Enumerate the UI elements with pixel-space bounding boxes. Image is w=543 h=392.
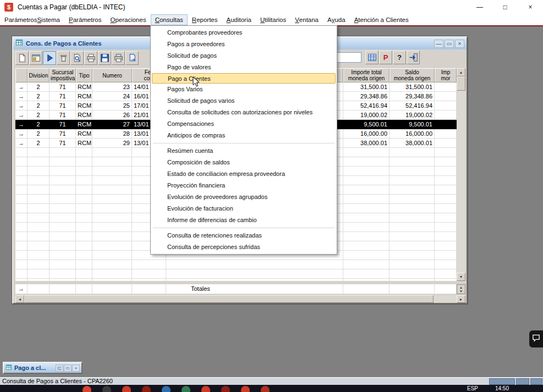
taskbar-clock[interactable]: 14:50 [495,385,509,391]
column-header-sucursal-impositiva[interactable]: Sucursal impositiva [50,68,76,82]
taskbar-icon[interactable] [162,386,171,392]
vertical-scrollbar-track[interactable] [457,91,465,273]
spin-down-icon[interactable]: ▾ [460,289,462,293]
print-setup-icon [114,53,123,63]
rho-button[interactable]: P [379,51,392,64]
menu-item-estado-de-conciliacion-empresa-proveedora[interactable]: Estado de conciliacion empresa proveedor… [151,168,337,180]
menu-item-comprobantes-proveedores[interactable]: Comprobantes proveedores [151,27,337,38]
menu-item-anticipos-de-compras[interactable]: Anticipos de compras [151,130,337,141]
grid-horizontal-scrollbar[interactable]: ◄ ► [15,295,465,303]
menu-item-pago-a-clientes[interactable]: Pago a Clientes [152,73,336,84]
menubar-item-operaciones[interactable]: Operaciones [106,14,150,25]
taskbar-icon[interactable] [122,386,131,392]
grid-cell [390,232,435,241]
child-close-button[interactable]: × [455,40,464,48]
child-maximize-button[interactable]: ▭ [445,40,454,48]
menu-item-consulta-de-retenciones-realizadas[interactable]: Consulta de retenciones realizadas [151,230,337,241]
column-header-division[interactable]: Division [28,68,50,82]
menubar-item-atenci-n-a-clientes[interactable]: Atención a Clientes [350,14,413,25]
menu-item-res-men-cuenta[interactable]: Resúmen cuenta [151,145,337,157]
menubar-item-par-metros[interactable]: Parámetros [64,14,106,25]
help-button[interactable]: ? [393,51,406,64]
horizontal-scrollbar-thumb[interactable] [24,295,434,303]
maximize-button[interactable]: ▭ [64,365,72,372]
column-header-numero[interactable]: Numero [92,68,132,82]
scroll-down-icon[interactable]: ▼ [457,273,465,281]
menu-item-compensaciones[interactable]: Compensaciones [151,118,337,130]
taskbar-icon[interactable] [261,386,270,392]
minimized-window-pago[interactable]: Pago a cl... ◱ ▭ × [3,362,83,374]
menubar-item-ventana[interactable]: Ventana [290,14,323,25]
grid-cell: 52,416.94 [390,101,435,111]
menu-item-consulta-de-solicitudes-con-autorizaciones-por-niveles[interactable]: Consulta de solicitudes con autorizacion… [151,107,337,118]
maximize-button[interactable]: □ [492,0,518,14]
grid-cell [50,157,76,167]
run-button[interactable] [43,51,56,65]
menu-item-composici-n-de-saldos[interactable]: Composición de saldos [151,157,337,168]
grid-cell [92,195,132,204]
grid-cell: 71 [50,101,76,111]
menu-item-pagos-a-proveedores[interactable]: Pagos a proveedores [151,38,337,50]
preview-button[interactable] [70,51,84,65]
save-button[interactable] [98,51,111,65]
vertical-scrollbar-thumb[interactable] [457,76,465,91]
menubar-item-utilitarios[interactable]: Utilitarios [256,14,290,25]
column-header-saldo-moneda-origen[interactable]: Saldo moneda origen [390,68,435,82]
menubar-item-ayuda[interactable]: Ayuda [323,14,350,25]
new-document-button[interactable] [15,51,29,65]
column-header-importe-total-moneda-origen[interactable]: Importe total moneda origen [343,68,390,82]
scroll-left-icon[interactable]: ◄ [15,295,24,303]
taskbar-icon[interactable] [221,386,230,392]
menu-item-pago-de-valores[interactable]: Pago de valores [151,62,337,73]
menu-item-evoluci-n-de-facturacion[interactable]: Evolución de facturacion [151,203,337,214]
menu-item-evoluci-n-de-proveedores-agrupados[interactable]: Evolución de proveedores agrupados [151,191,337,203]
close-button[interactable]: × [518,0,543,14]
grid-vertical-scrollbar[interactable]: ▲ ▼ [457,68,465,281]
menu-item-informe-de-diferencias-de-cambio[interactable]: Informe de diferencias de cambio [151,214,337,226]
table-view-icon [368,53,377,62]
column-header-imp-mor[interactable]: Imp mor [435,68,457,82]
menu-item-solicitud-de-pagos-varios[interactable]: Solicitud de pagos varios [151,95,337,107]
restore-button[interactable]: ◱ [56,365,63,372]
print-setup-button[interactable] [112,51,125,65]
grid-cell: 2 [28,139,50,148]
horizontal-scrollbar-track[interactable] [434,295,457,303]
grid-cell [343,232,390,241]
taskbar-icon[interactable] [241,386,250,392]
column-header-blank[interactable] [15,68,28,82]
scroll-right-icon[interactable]: ► [457,295,465,303]
table-view-button[interactable] [365,51,379,64]
child-minimize-button[interactable]: — [434,40,443,48]
delete-button[interactable] [57,51,70,65]
menu-item-pagos-varios[interactable]: Pagos Varios [151,84,337,95]
taskbar-language[interactable]: ESP [467,385,478,391]
print-button[interactable] [84,51,97,65]
taskbar-icon[interactable] [182,386,190,392]
grid-cell [50,176,76,185]
totals-spinner[interactable]: ▴ ▾ [457,284,465,294]
taskbar-icon[interactable] [102,386,111,392]
menu-item-proyecci-n-financiera[interactable]: Proyección financiera [151,180,337,191]
menubar-item-reportes[interactable]: Reportes [188,14,222,25]
menu-item-consulta-de-percepciones-sufridas[interactable]: Consulta de percepciones sufridas [151,241,337,253]
taskbar-icon[interactable] [201,386,210,392]
menubar-item-auditoria[interactable]: Auditoria [222,14,255,25]
grid-cell [28,213,50,223]
column-header-tipo[interactable]: Tipo [76,68,92,82]
scroll-up-icon[interactable]: ▲ [457,68,465,76]
menubar-item-consultas[interactable]: Consultas [151,14,188,25]
open-form-button[interactable] [29,51,42,65]
menubar-item-par-metros-sistema[interactable]: Parámetros Sistema [0,14,64,25]
exit-button[interactable] [407,51,420,64]
spin-up-icon[interactable]: ▴ [460,285,462,289]
statusbar-panel [530,378,542,385]
menu-item-solicitud-de-pagos[interactable]: Solicitud de pagos [151,50,337,62]
export-icon [128,53,137,63]
chat-widget[interactable] [529,330,543,347]
grid-cell [92,260,132,269]
taskbar-icon[interactable] [83,386,91,392]
close-button[interactable]: × [72,365,80,372]
export-button[interactable] [125,51,139,65]
taskbar-icon[interactable] [142,386,151,392]
minimize-button[interactable]: — [467,0,492,14]
